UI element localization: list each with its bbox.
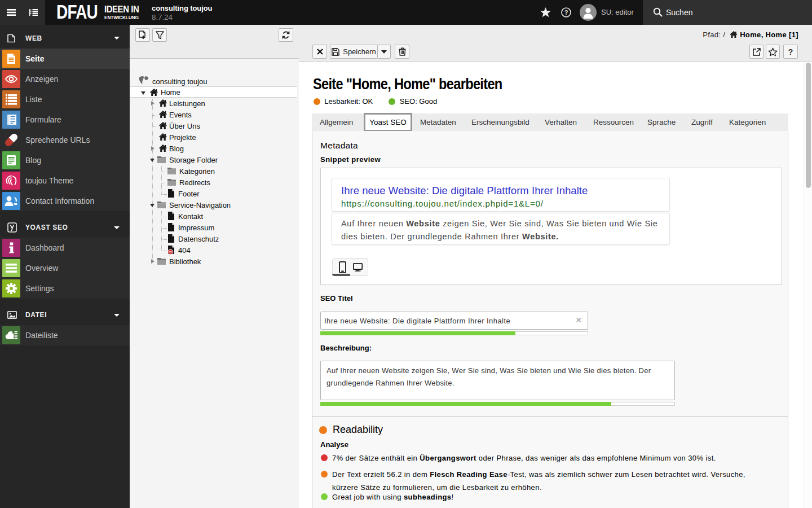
svg-text:?: ? [564, 9, 568, 16]
